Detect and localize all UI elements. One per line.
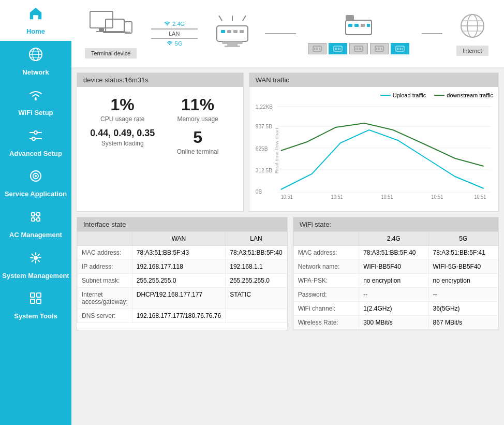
- router-group: [212, 16, 253, 52]
- port-1[interactable]: [308, 43, 327, 54]
- network-icon: [27, 46, 44, 66]
- wifi-row-24g: --: [359, 288, 428, 302]
- sidebar: Home Network WiFi Setup: [0, 0, 71, 425]
- svg-rect-47: [346, 20, 372, 35]
- traffic-chart-svg: 1.22KB 937.5B 625B 312.5B 0B Real-time f…: [255, 101, 493, 200]
- svg-rect-32: [106, 19, 124, 32]
- modem-group: [308, 12, 409, 54]
- interface-col-empty: [78, 232, 132, 246]
- home-icon: [27, 5, 44, 25]
- sidebar-item-wifi[interactable]: WiFi Setup: [0, 81, 71, 122]
- upload-legend-label: Upload traffic: [393, 92, 426, 98]
- table-row: Subnet mask: 255.255.255.0 255.255.255.0: [78, 274, 287, 288]
- internet-icon: [454, 11, 491, 42]
- service-icon: [27, 168, 44, 188]
- upload-legend-line: [380, 95, 391, 96]
- advanced-icon: [27, 127, 44, 148]
- memory-cell: 11% Memory usage: [162, 95, 232, 123]
- sidebar-item-advanced[interactable]: Advanced Setup: [0, 122, 71, 163]
- port-3[interactable]: [349, 43, 368, 54]
- sidebar-ac-label: AC Management: [9, 231, 62, 239]
- svg-rect-53: [313, 46, 321, 51]
- wifi-row-label: WPA-PSK:: [293, 274, 359, 288]
- table-row: Wireless Rate: 300 MBit/s 867 MBit/s: [293, 316, 498, 330]
- interface-state-body: WAN LAN MAC address: 78:A3:51:BB:5F:43 7…: [77, 231, 287, 323]
- chart-legend: Upload traffic downstream traffic: [255, 92, 493, 98]
- lan-line2: [151, 38, 198, 39]
- ac-icon: [27, 209, 44, 229]
- interface-row-lan: 255.255.255.0: [226, 274, 287, 288]
- wan-line: [265, 33, 296, 34]
- wifi-row-5g: 78:A3:51:BB:5F:41: [428, 246, 498, 260]
- router-icon: [212, 16, 253, 52]
- port-5[interactable]: [391, 43, 409, 54]
- svg-text:Real-time flow chart: Real-time flow chart: [274, 128, 279, 174]
- wifi-state-header: WiFi state:: [293, 217, 498, 231]
- terminal-device-button[interactable]: Terminal device: [85, 48, 137, 58]
- sidebar-item-service[interactable]: Service Application: [0, 163, 71, 203]
- internet-group: Internet: [454, 11, 491, 56]
- wifi-row-5g: 867 MBit/s: [428, 316, 498, 330]
- cpu-label: CPU usage rate: [100, 115, 144, 123]
- wifi-row-label: Password:: [293, 288, 359, 302]
- wifi-row-label: Network name:: [293, 260, 359, 274]
- interface-col-wan: WAN: [132, 232, 226, 246]
- svg-line-36: [219, 16, 222, 21]
- table-row: DNS server: 192.168.177.177/180.76.76.76: [78, 309, 287, 323]
- diagram-area: Terminal device 2.4G LAN 5G: [71, 0, 504, 67]
- sidebar-item-network[interactable]: Network: [0, 41, 71, 82]
- wifi-state-panel: WiFi state: 2.4G 5G MAC address: 78:A3:5…: [293, 217, 499, 330]
- sidebar-item-ac[interactable]: AC Management: [0, 203, 71, 244]
- svg-rect-17: [37, 213, 40, 216]
- svg-rect-25: [31, 293, 35, 297]
- svg-rect-50: [361, 24, 365, 27]
- interface-row-wan: 78:A3:51:BB:5F:43: [132, 246, 226, 260]
- svg-rect-68: [375, 46, 383, 51]
- chart-area: Upload traffic downstream traffic 1.22KB…: [249, 87, 498, 211]
- cpu-cell: 1% CPU usage rate: [87, 95, 157, 123]
- wifi-row-5g: --: [428, 288, 498, 302]
- interface-row-lan: 192.168.1.1: [226, 260, 287, 274]
- terminal-group: Terminal device: [85, 9, 137, 58]
- loading-cell: 0.44, 0.49, 0.35 System loading: [87, 128, 157, 155]
- internet-button[interactable]: Internet: [456, 46, 488, 56]
- wifi-icon: [27, 86, 44, 107]
- internet-line: [422, 33, 442, 34]
- svg-text:10:51: 10:51: [431, 194, 443, 200]
- table-row: WiFi channel: 1(2.4GHz) 36(5GHz): [293, 302, 498, 316]
- sidebar-item-system[interactable]: System Management: [0, 244, 71, 285]
- freq-24g-label: 2.4G: [164, 20, 185, 27]
- svg-text:10:51: 10:51: [331, 194, 343, 200]
- svg-text:0B: 0B: [256, 188, 262, 195]
- memory-label: Memory usage: [177, 115, 218, 123]
- svg-rect-33: [103, 32, 127, 33]
- downstream-legend-line: [434, 95, 444, 96]
- wan-traffic-header: WAN traffic: [249, 73, 498, 87]
- svg-rect-34: [125, 22, 132, 33]
- port-2[interactable]: [329, 43, 347, 54]
- lan-label: LAN: [169, 31, 180, 37]
- sidebar-item-tools[interactable]: System Tools: [0, 285, 71, 326]
- svg-rect-49: [354, 24, 359, 27]
- table-row: MAC address: 78:A3:51:BB:5F:40 78:A3:51:…: [293, 246, 498, 260]
- lan-line: [151, 28, 198, 30]
- svg-rect-16: [32, 213, 35, 216]
- sidebar-item-home[interactable]: Home: [0, 0, 71, 41]
- svg-rect-28: [37, 299, 41, 303]
- wifi-col-24g: 2.4G: [359, 232, 428, 246]
- interface-row-lan: 78:A3:51:BB:5F:40: [226, 246, 287, 260]
- svg-rect-52: [346, 15, 354, 20]
- sidebar-network-label: Network: [22, 68, 49, 77]
- svg-rect-46: [225, 46, 240, 47]
- wifi-row-24g: WIFI-BB5F40: [359, 260, 428, 274]
- svg-rect-58: [334, 46, 342, 51]
- wifi-row-label: MAC address:: [293, 246, 359, 260]
- terminal-cell: 5 Online terminal: [162, 128, 232, 155]
- port-4[interactable]: [370, 43, 389, 54]
- interface-row-label: MAC address:: [78, 246, 132, 260]
- cpu-value: 1%: [111, 95, 135, 114]
- middle-panels: device status:16m31s 1% CPU usage rate 1…: [71, 67, 504, 217]
- svg-line-38: [243, 16, 246, 21]
- table-row: MAC address: 78:A3:51:BB:5F:43 78:A3:51:…: [78, 246, 287, 260]
- svg-rect-30: [99, 28, 104, 31]
